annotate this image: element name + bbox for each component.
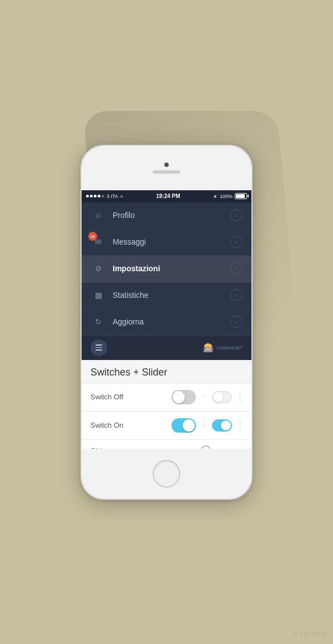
chevron-right-icon: › <box>236 292 238 298</box>
home-button[interactable] <box>153 460 180 488</box>
switch-off-main-toggle[interactable] <box>171 390 196 404</box>
brand-icon: 🎰 <box>203 342 214 353</box>
battery-icon <box>235 193 247 199</box>
slider-label: Slider <box>90 447 130 449</box>
impostazioni-icon-wrap: ⚙ <box>90 261 106 276</box>
status-right: ∗ 100% <box>213 193 247 199</box>
status-left: 3 ITA ≈ <box>86 194 123 199</box>
hamburger-button[interactable] <box>90 339 107 356</box>
menu-item-impostazioni[interactable]: ⚙ Impostazioni › <box>82 256 251 282</box>
watermark: 查字典·教程网 <box>292 631 327 638</box>
switch-on-label: Switch On <box>90 421 130 429</box>
switch-on-secondary-indicator-left: ○ <box>203 423 205 428</box>
menu-item-aggiorna[interactable]: ↻ Aggiorna › <box>82 309 251 336</box>
chevron-right-icon: › <box>236 239 238 245</box>
top-bezel <box>82 146 251 190</box>
impostazioni-label: Impostazioni <box>113 264 230 273</box>
switch-on-main-toggle[interactable] <box>171 418 196 433</box>
aggiorna-icon-wrap: ↻ <box>90 314 106 329</box>
menu-bottom-bar: 🎰 cristiencarl° <box>82 336 251 360</box>
switch-off-secondary-toggle[interactable] <box>212 391 232 403</box>
profilo-icon: ☺ <box>94 211 102 220</box>
hamburger-line-2 <box>95 347 102 348</box>
messaggi-label: Messaggi <box>113 237 230 246</box>
aggiorna-label: Aggiorna <box>113 317 230 326</box>
switches-panel: Switches + Slider Switch Off ○ <box>82 360 251 449</box>
messaggi-chevron: › <box>230 236 243 248</box>
chevron-right-icon: › <box>236 266 238 271</box>
switch-off-secondary-thumb <box>213 392 223 402</box>
phone-frame: 3 ITA ≈ 19:24 PM ∗ 100% ☺ Profilo <box>80 145 253 500</box>
slider-row: Slider <box>82 440 251 449</box>
dot-2 <box>90 195 93 197</box>
brand-text: cristiencarl° <box>216 345 243 351</box>
switch-on-secondary-toggle[interactable] <box>212 419 232 432</box>
switch-off-row: Switch Off ○ <box>82 383 251 412</box>
brand-logo: 🎰 cristiencarl° <box>203 342 243 353</box>
signal-dots <box>86 195 104 197</box>
carrier-label: 3 ITA <box>107 194 118 199</box>
impostazioni-icon: ⚙ <box>95 264 102 273</box>
hamburger-line-1 <box>95 344 102 346</box>
switch-off-label: Switch Off <box>90 393 130 401</box>
menu-list: ☺ Profilo › ✉ 24 Messaggi › <box>82 202 251 360</box>
status-bar: 3 ITA ≈ 19:24 PM ∗ 100% <box>82 190 251 202</box>
statistiche-icon: ▩ <box>95 291 102 300</box>
dot-1 <box>86 195 89 197</box>
switch-off-group: ○ <box>130 390 243 404</box>
bluetooth-icon: ∗ <box>213 194 218 199</box>
profilo-label: Profilo <box>113 211 230 220</box>
profilo-icon-wrap: ☺ <box>90 207 106 223</box>
switch-off-divider <box>240 392 240 403</box>
menu-item-profilo[interactable]: ☺ Profilo › <box>82 202 251 229</box>
dot-3 <box>94 195 97 197</box>
time-label: 19:24 PM <box>156 193 180 199</box>
statistiche-label: Statistiche <box>113 291 230 300</box>
bottom-bezel <box>82 449 251 499</box>
switch-on-main-thumb <box>183 419 195 432</box>
statistiche-chevron: › <box>230 289 243 301</box>
switch-off-main-thumb <box>173 391 185 403</box>
battery-percent: 100% <box>220 194 233 199</box>
switch-off-secondary-indicator-left: ○ <box>203 394 205 399</box>
menu-item-messaggi[interactable]: ✉ 24 Messaggi › <box>82 229 251 256</box>
aggiorna-chevron: › <box>230 316 243 328</box>
switch-on-group: ○ <box>130 418 243 433</box>
switch-on-divider <box>240 420 240 431</box>
wifi-icon: ≈ <box>120 194 123 199</box>
profilo-chevron: › <box>230 209 243 221</box>
dot-5 <box>102 195 104 197</box>
chevron-right-icon: › <box>236 212 238 218</box>
hamburger-line-3 <box>95 349 102 351</box>
switch-on-secondary-thumb <box>221 420 231 430</box>
speaker <box>153 170 180 174</box>
switches-title: Switches + Slider <box>82 360 251 383</box>
power-button <box>251 224 253 240</box>
screen: 3 ITA ≈ 19:24 PM ∗ 100% ☺ Profilo <box>82 190 251 449</box>
dot-4 <box>98 195 100 197</box>
switch-on-row: Switch On ○ <box>82 412 251 440</box>
messaggi-icon-wrap: ✉ 24 <box>90 234 106 250</box>
impostazioni-chevron: › <box>230 262 243 275</box>
battery-fill <box>236 194 245 198</box>
messaggi-badge: 24 <box>88 232 97 241</box>
chevron-right-icon: › <box>236 319 238 324</box>
menu-item-statistiche[interactable]: ▩ Statistiche › <box>82 282 251 309</box>
camera <box>164 163 169 167</box>
slider-thumb[interactable] <box>201 445 211 449</box>
aggiorna-icon: ↻ <box>95 317 102 326</box>
statistiche-icon-wrap: ▩ <box>90 287 106 303</box>
